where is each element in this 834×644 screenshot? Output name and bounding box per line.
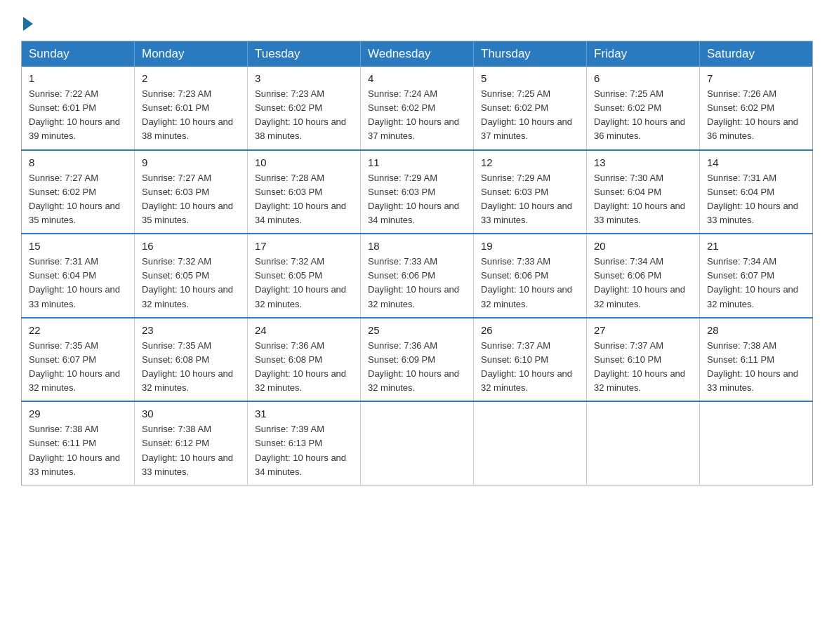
day-number: 14	[707, 156, 805, 168]
calendar-week-row: 15Sunrise: 7:31 AMSunset: 6:04 PMDayligh…	[22, 234, 813, 318]
column-header-saturday: Saturday	[700, 41, 813, 67]
day-number: 10	[255, 156, 353, 168]
day-info: Sunrise: 7:39 AMSunset: 6:13 PMDaylight:…	[255, 422, 353, 479]
calendar-cell: 15Sunrise: 7:31 AMSunset: 6:04 PMDayligh…	[22, 234, 135, 318]
calendar-week-row: 22Sunrise: 7:35 AMSunset: 6:07 PMDayligh…	[22, 318, 813, 402]
day-number: 16	[142, 240, 240, 252]
day-info: Sunrise: 7:29 AMSunset: 6:03 PMDaylight:…	[481, 171, 579, 228]
calendar-cell: 10Sunrise: 7:28 AMSunset: 6:03 PMDayligh…	[248, 150, 361, 234]
day-number: 3	[255, 72, 353, 84]
column-header-friday: Friday	[587, 41, 700, 67]
day-info: Sunrise: 7:34 AMSunset: 6:06 PMDaylight:…	[594, 255, 692, 311]
day-info: Sunrise: 7:38 AMSunset: 6:12 PMDaylight:…	[142, 422, 240, 479]
calendar-cell: 24Sunrise: 7:36 AMSunset: 6:08 PMDayligh…	[248, 318, 361, 402]
calendar-cell	[700, 401, 813, 485]
day-info: Sunrise: 7:33 AMSunset: 6:06 PMDaylight:…	[368, 255, 466, 311]
day-info: Sunrise: 7:23 AMSunset: 6:02 PMDaylight:…	[255, 87, 353, 144]
calendar-cell: 29Sunrise: 7:38 AMSunset: 6:11 PMDayligh…	[22, 401, 135, 485]
calendar-cell: 2Sunrise: 7:23 AMSunset: 6:01 PMDaylight…	[135, 67, 248, 150]
day-number: 23	[142, 324, 240, 336]
day-number: 30	[142, 408, 240, 420]
day-info: Sunrise: 7:38 AMSunset: 6:11 PMDaylight:…	[707, 339, 805, 396]
day-number: 27	[594, 324, 692, 336]
day-number: 12	[481, 156, 579, 168]
calendar-cell: 19Sunrise: 7:33 AMSunset: 6:06 PMDayligh…	[474, 234, 587, 318]
day-info: Sunrise: 7:25 AMSunset: 6:02 PMDaylight:…	[481, 87, 579, 144]
calendar-cell: 3Sunrise: 7:23 AMSunset: 6:02 PMDaylight…	[248, 67, 361, 150]
day-number: 26	[481, 324, 579, 336]
day-info: Sunrise: 7:27 AMSunset: 6:02 PMDaylight:…	[29, 171, 127, 228]
calendar-cell: 18Sunrise: 7:33 AMSunset: 6:06 PMDayligh…	[361, 234, 474, 318]
day-number: 9	[142, 156, 240, 168]
day-info: Sunrise: 7:35 AMSunset: 6:08 PMDaylight:…	[142, 339, 240, 396]
day-info: Sunrise: 7:32 AMSunset: 6:05 PMDaylight:…	[142, 255, 240, 311]
day-number: 25	[368, 324, 466, 336]
day-number: 6	[594, 72, 692, 84]
day-number: 31	[255, 408, 353, 420]
day-info: Sunrise: 7:31 AMSunset: 6:04 PMDaylight:…	[707, 171, 805, 228]
day-number: 13	[594, 156, 692, 168]
day-number: 21	[707, 240, 805, 252]
logo-arrow-icon	[23, 17, 33, 31]
page-header	[21, 14, 813, 28]
calendar-cell: 28Sunrise: 7:38 AMSunset: 6:11 PMDayligh…	[700, 318, 813, 402]
calendar-cell	[361, 401, 474, 485]
calendar-cell: 1Sunrise: 7:22 AMSunset: 6:01 PMDaylight…	[22, 67, 135, 150]
calendar-table: SundayMondayTuesdayWednesdayThursdayFrid…	[21, 41, 813, 485]
calendar-cell: 5Sunrise: 7:25 AMSunset: 6:02 PMDaylight…	[474, 67, 587, 150]
calendar-cell: 8Sunrise: 7:27 AMSunset: 6:02 PMDaylight…	[22, 150, 135, 234]
calendar-cell: 25Sunrise: 7:36 AMSunset: 6:09 PMDayligh…	[361, 318, 474, 402]
calendar-cell: 26Sunrise: 7:37 AMSunset: 6:10 PMDayligh…	[474, 318, 587, 402]
calendar-cell: 6Sunrise: 7:25 AMSunset: 6:02 PMDaylight…	[587, 67, 700, 150]
day-number: 28	[707, 324, 805, 336]
day-number: 17	[255, 240, 353, 252]
calendar-cell	[474, 401, 587, 485]
day-info: Sunrise: 7:29 AMSunset: 6:03 PMDaylight:…	[368, 171, 466, 228]
day-number: 8	[29, 156, 127, 168]
day-info: Sunrise: 7:32 AMSunset: 6:05 PMDaylight:…	[255, 255, 353, 311]
day-info: Sunrise: 7:23 AMSunset: 6:01 PMDaylight:…	[142, 87, 240, 144]
day-number: 5	[481, 72, 579, 84]
column-header-sunday: Sunday	[22, 41, 135, 67]
calendar-cell: 13Sunrise: 7:30 AMSunset: 6:04 PMDayligh…	[587, 150, 700, 234]
day-info: Sunrise: 7:38 AMSunset: 6:11 PMDaylight:…	[29, 422, 127, 479]
day-info: Sunrise: 7:34 AMSunset: 6:07 PMDaylight:…	[707, 255, 805, 311]
calendar-cell: 31Sunrise: 7:39 AMSunset: 6:13 PMDayligh…	[248, 401, 361, 485]
calendar-cell: 27Sunrise: 7:37 AMSunset: 6:10 PMDayligh…	[587, 318, 700, 402]
calendar-cell: 7Sunrise: 7:26 AMSunset: 6:02 PMDaylight…	[700, 67, 813, 150]
day-number: 20	[594, 240, 692, 252]
day-number: 22	[29, 324, 127, 336]
column-header-thursday: Thursday	[474, 41, 587, 67]
day-info: Sunrise: 7:24 AMSunset: 6:02 PMDaylight:…	[368, 87, 466, 144]
day-number: 15	[29, 240, 127, 252]
column-header-tuesday: Tuesday	[248, 41, 361, 67]
day-info: Sunrise: 7:26 AMSunset: 6:02 PMDaylight:…	[707, 87, 805, 144]
calendar-week-row: 8Sunrise: 7:27 AMSunset: 6:02 PMDaylight…	[22, 150, 813, 234]
day-info: Sunrise: 7:35 AMSunset: 6:07 PMDaylight:…	[29, 339, 127, 396]
calendar-cell: 20Sunrise: 7:34 AMSunset: 6:06 PMDayligh…	[587, 234, 700, 318]
day-info: Sunrise: 7:36 AMSunset: 6:09 PMDaylight:…	[368, 339, 466, 396]
day-info: Sunrise: 7:36 AMSunset: 6:08 PMDaylight:…	[255, 339, 353, 396]
day-number: 18	[368, 240, 466, 252]
calendar-cell: 22Sunrise: 7:35 AMSunset: 6:07 PMDayligh…	[22, 318, 135, 402]
calendar-cell: 16Sunrise: 7:32 AMSunset: 6:05 PMDayligh…	[135, 234, 248, 318]
calendar-cell: 17Sunrise: 7:32 AMSunset: 6:05 PMDayligh…	[248, 234, 361, 318]
calendar-cell: 21Sunrise: 7:34 AMSunset: 6:07 PMDayligh…	[700, 234, 813, 318]
calendar-cell	[587, 401, 700, 485]
day-info: Sunrise: 7:27 AMSunset: 6:03 PMDaylight:…	[142, 171, 240, 228]
column-header-monday: Monday	[135, 41, 248, 67]
calendar-cell: 14Sunrise: 7:31 AMSunset: 6:04 PMDayligh…	[700, 150, 813, 234]
calendar-week-row: 29Sunrise: 7:38 AMSunset: 6:11 PMDayligh…	[22, 401, 813, 485]
day-info: Sunrise: 7:22 AMSunset: 6:01 PMDaylight:…	[29, 87, 127, 144]
day-number: 1	[29, 72, 127, 84]
calendar-cell: 12Sunrise: 7:29 AMSunset: 6:03 PMDayligh…	[474, 150, 587, 234]
calendar-cell: 30Sunrise: 7:38 AMSunset: 6:12 PMDayligh…	[135, 401, 248, 485]
day-info: Sunrise: 7:31 AMSunset: 6:04 PMDaylight:…	[29, 255, 127, 311]
calendar-header-row: SundayMondayTuesdayWednesdayThursdayFrid…	[22, 41, 813, 67]
day-info: Sunrise: 7:25 AMSunset: 6:02 PMDaylight:…	[594, 87, 692, 144]
day-number: 7	[707, 72, 805, 84]
day-number: 29	[29, 408, 127, 420]
day-number: 2	[142, 72, 240, 84]
column-header-wednesday: Wednesday	[361, 41, 474, 67]
calendar-week-row: 1Sunrise: 7:22 AMSunset: 6:01 PMDaylight…	[22, 67, 813, 150]
